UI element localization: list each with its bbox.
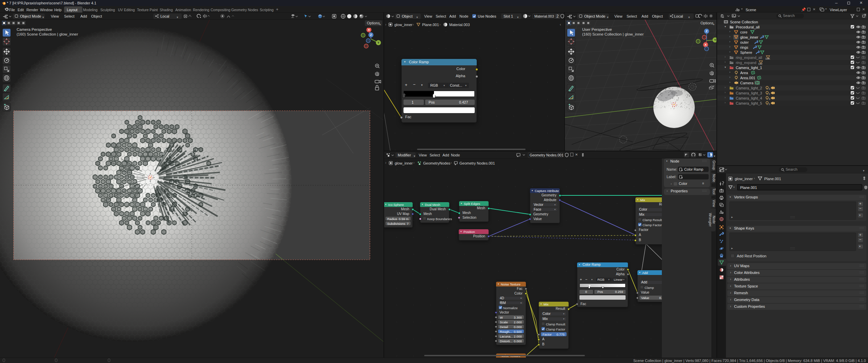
svg-text:Z: Z [370,33,372,37]
svg-text:Y: Y [377,41,379,44]
svg-text:X: X [368,28,370,31]
svg-text:Y: Y [714,38,716,42]
svg-text:X: X [705,43,707,46]
svg-text:Z: Z [706,29,708,33]
